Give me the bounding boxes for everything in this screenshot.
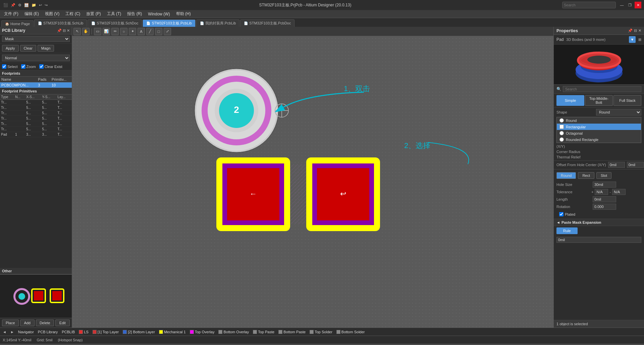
filter-btn[interactable]: ▼ xyxy=(629,36,636,43)
right-panel-float-btn[interactable]: ⊟ xyxy=(634,28,637,33)
pin-icon[interactable]: 📌 xyxy=(10,2,16,8)
prim-row[interactable]: Pad 1 3... 3... T... xyxy=(0,132,72,137)
tab-home[interactable]: 🏠Home Page xyxy=(1,20,34,27)
menu-file[interactable]: 文件 (F) xyxy=(1,10,21,17)
offset-x-input[interactable] xyxy=(608,162,625,168)
hole-btn-slot[interactable]: Slot xyxy=(596,172,611,179)
length-input[interactable] xyxy=(593,196,616,202)
menu-window[interactable]: Window (W) xyxy=(145,11,172,17)
window-icon[interactable]: 🪟 xyxy=(23,2,30,8)
redo-icon[interactable]: ↪ xyxy=(44,2,48,8)
layer-bottom-paste[interactable]: Bottom Paste xyxy=(277,330,307,334)
add-button[interactable]: Add xyxy=(20,320,35,326)
menu-view[interactable]: 视图 (V) xyxy=(42,10,62,17)
expand-btn-right[interactable]: ⊞ xyxy=(638,38,641,42)
layer-bottom-solder[interactable]: Bottom Solder xyxy=(335,330,366,334)
fp-row[interactable]: PCBCOMPON... 3 10 xyxy=(0,82,72,88)
delete-button[interactable]: Delete xyxy=(36,320,54,326)
prim-row[interactable]: Tr... 5... 5... T... xyxy=(0,121,72,127)
close-btn[interactable]: ✕ xyxy=(635,2,641,8)
cursor-tool-btn[interactable]: ↖ xyxy=(73,28,81,35)
layer-nav-right[interactable]: ► xyxy=(9,329,15,335)
other-section-header[interactable]: Other xyxy=(0,268,72,274)
hole-btn-round[interactable]: Round xyxy=(556,172,576,179)
primitives-section-header[interactable]: Footprint Primitives xyxy=(0,88,72,94)
paste-mask-header[interactable]: ◄ Paste Mask Expansion xyxy=(554,219,644,226)
menu-edit[interactable]: 编辑 (E) xyxy=(22,10,42,17)
layer-navigator[interactable]: Navigator xyxy=(17,330,35,334)
left-panel-float-btn[interactable]: ⊟ xyxy=(63,28,66,33)
settings-icon[interactable]: ⚙ xyxy=(17,2,22,8)
magn-button[interactable]: Magn xyxy=(38,45,54,52)
sq-btn[interactable]: □ xyxy=(155,28,162,35)
prim-row[interactable]: Tr... 5... 5... T... xyxy=(0,116,72,121)
prim-row[interactable]: Tr... 5... 5... T... xyxy=(0,127,72,132)
apply-button[interactable]: Apply xyxy=(2,45,19,52)
add-rect-btn[interactable]: ▭ xyxy=(94,28,101,35)
tab-simple[interactable]: Simple xyxy=(556,95,584,106)
line-btn[interactable]: ╱ xyxy=(146,28,154,35)
canvas-content[interactable]: 2 ← ↩ xyxy=(72,37,553,328)
plated-checkbox[interactable] xyxy=(559,212,564,216)
right-panel-pin-btn[interactable]: 📌 xyxy=(628,28,633,33)
layer-top-solder[interactable]: Top Solder xyxy=(308,330,334,334)
left-panel-pin-btn[interactable]: 📌 xyxy=(57,28,62,33)
layer-pcblib[interactable]: PCBLIB xyxy=(60,330,76,334)
shape-radio-rounded-rect[interactable] xyxy=(559,137,564,142)
tab-schdoc[interactable]: 📄STM32F103主板.SchDoc xyxy=(88,19,142,27)
rule-button[interactable]: Rule xyxy=(556,227,578,234)
mask-select[interactable]: Mask xyxy=(2,36,70,42)
right-search-input[interactable] xyxy=(563,86,641,92)
shape-radio-round-1[interactable] xyxy=(559,118,564,123)
folder-icon[interactable]: 📁 xyxy=(31,2,37,8)
title-search-input[interactable] xyxy=(562,2,616,8)
layer-pcb-library[interactable]: PCB Library xyxy=(37,330,59,334)
tab-full-stack[interactable]: Full Stack xyxy=(613,95,641,106)
tab-schlib[interactable]: 📄STM32F103主板.SchLib xyxy=(34,19,87,27)
footprints-section-header[interactable]: Footprints xyxy=(0,70,72,77)
hole-btn-rect[interactable]: Rect xyxy=(578,172,594,179)
paste-mask-input[interactable] xyxy=(556,237,641,243)
zoom-checkbox[interactable] xyxy=(21,64,25,69)
minimize-btn[interactable]: — xyxy=(619,2,625,8)
shape-radio-octagonal[interactable] xyxy=(559,131,564,135)
text-btn[interactable]: A xyxy=(138,28,145,35)
expand-btn[interactable]: ⤢ xyxy=(164,28,171,35)
clearexist-checkbox-label[interactable]: Clear Exist xyxy=(39,64,62,69)
layer-ls[interactable]: LS xyxy=(77,330,90,334)
layer-nav-left[interactable]: ◄ xyxy=(1,329,8,335)
pen-btn[interactable]: ✏ xyxy=(111,28,119,35)
shape-opt-rounded-rect[interactable]: Rounded Rectangle xyxy=(557,136,641,143)
layer-bottom-overlay[interactable]: Bottom Overlay xyxy=(217,330,250,334)
marker-btn[interactable]: ✦ xyxy=(129,28,136,35)
layer-top-overlay[interactable]: Top Overlay xyxy=(189,330,216,334)
tab-pcblib[interactable]: 📄STM32F103主板.PcbLib xyxy=(143,19,195,27)
undo-icon[interactable]: ↩ xyxy=(38,2,43,8)
shape-check-rectangular[interactable] xyxy=(559,125,564,129)
tab-top-middle-bott[interactable]: Top-Middle-Bott xyxy=(585,95,613,106)
right-panel-close-btn[interactable]: ✕ xyxy=(638,28,641,33)
select-checkbox-label[interactable]: Select xyxy=(2,64,18,69)
normal-select[interactable]: Normal xyxy=(2,55,70,61)
shape-select[interactable]: Round Rectangular Octagonal Rounded Rect… xyxy=(596,109,641,116)
clear-button[interactable]: Clear xyxy=(20,45,36,52)
menu-reports[interactable]: 报告 (R) xyxy=(124,10,145,17)
layer-top[interactable]: [1] Top Layer xyxy=(91,330,120,334)
prim-row[interactable]: Tr... 5... 5... T... xyxy=(0,111,72,116)
hole-size-input[interactable] xyxy=(593,182,616,188)
rotation-input[interactable] xyxy=(593,204,616,210)
tolerance-minus-input[interactable] xyxy=(612,189,626,195)
circle-btn[interactable]: ○ xyxy=(120,28,127,35)
tab-mylib[interactable]: 📄我的封装库.PcbLib xyxy=(196,19,240,27)
offset-y-input[interactable] xyxy=(627,162,644,168)
menu-place[interactable]: 放置 (P) xyxy=(84,10,103,17)
place-button[interactable]: Place xyxy=(2,320,19,326)
select-checkbox[interactable] xyxy=(2,64,6,69)
layer-mech1[interactable]: Mechanical 1 xyxy=(158,330,187,334)
left-panel-close-btn[interactable]: ✕ xyxy=(67,28,70,33)
hand-tool-btn[interactable]: ✋ xyxy=(82,28,90,35)
tab-pcbdoc[interactable]: 📄STM32F103主板.PcbDoc xyxy=(240,19,294,27)
menu-help[interactable]: 帮助 (H) xyxy=(173,10,194,17)
zoom-checkbox-label[interactable]: Zoom xyxy=(21,64,36,69)
edit-button[interactable]: Edit xyxy=(55,320,70,326)
